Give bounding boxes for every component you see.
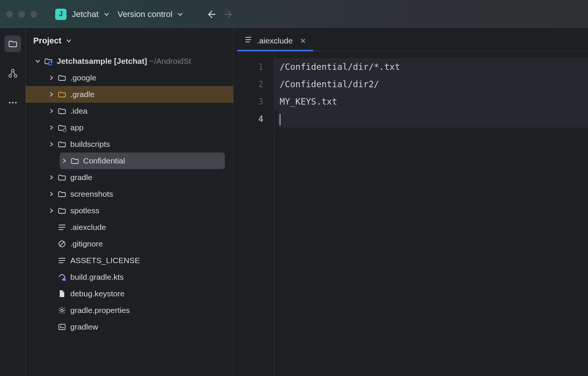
tree-item-label: screenshots: [70, 190, 113, 199]
expand-toggle[interactable]: [47, 92, 56, 97]
gutter-line-number: 3: [234, 93, 274, 110]
svg-point-2: [14, 75, 17, 77]
code-area[interactable]: 1234 /Confidential/dir/*.txt/Confidentia…: [234, 51, 588, 376]
tree-item[interactable]: Kbuild.gradle.kts: [26, 269, 233, 285]
expand-toggle[interactable]: [47, 192, 56, 196]
tree-item-label: spotless: [70, 206, 99, 215]
folder-icon: [57, 73, 67, 82]
tree-item-label: build.gradle.kts: [70, 273, 124, 282]
tree-item[interactable]: .gradle: [26, 86, 233, 103]
tree-item[interactable]: gradle: [26, 169, 233, 186]
zoom-window-dot[interactable]: [30, 11, 37, 18]
tree-item-label: .idea: [70, 106, 88, 116]
tree-root[interactable]: Jetchatsample [Jetchat] ~/AndroidSt: [26, 53, 233, 69]
tree-item-label: debug.keystore: [70, 289, 125, 298]
tree-item[interactable]: app: [26, 119, 233, 136]
editor-tab[interactable]: .aiexclude: [237, 31, 313, 51]
tree-item-label: gradlew: [70, 322, 98, 331]
ignore-icon: [57, 239, 67, 248]
expand-toggle[interactable]: [47, 208, 56, 213]
version-control-label: Version control: [118, 9, 173, 19]
code-content[interactable]: /Confidential/dir/*.txt/Confidential/dir…: [274, 51, 588, 376]
tree-item-label: buildscripts: [70, 140, 110, 149]
chevron-down-icon: [66, 38, 71, 43]
tree-item[interactable]: gradlew: [26, 319, 233, 335]
more-tool-button[interactable]: [5, 94, 21, 111]
minimize-window-dot[interactable]: [18, 11, 25, 18]
tree-item-label: .gitignore: [70, 239, 103, 248]
tree-root-name: Jetchatsample [Jetchat]: [57, 57, 147, 66]
expand-toggle[interactable]: [47, 175, 56, 180]
nav-forward-button[interactable]: [220, 5, 238, 23]
gear-icon: [57, 306, 67, 315]
svg-point-0: [11, 69, 14, 72]
project-badge-icon: J: [55, 9, 67, 20]
project-name: Jetchat: [72, 9, 99, 19]
version-control-menu[interactable]: Version control: [118, 9, 183, 19]
project-tree[interactable]: Jetchatsample [Jetchat] ~/AndroidSt .goo…: [26, 53, 233, 376]
svg-point-3: [9, 102, 11, 104]
expand-toggle[interactable]: [47, 109, 56, 113]
tree-item[interactable]: .idea: [26, 103, 233, 119]
gutter-line-number: 4: [234, 110, 274, 128]
tree-item-label: app: [70, 123, 84, 132]
expand-toggle[interactable]: [47, 125, 56, 130]
code-line[interactable]: /Confidential/dir2/: [277, 76, 588, 93]
tree-item[interactable]: buildscripts: [26, 136, 233, 153]
text-icon: [57, 223, 67, 232]
tree-item-label: .google: [70, 73, 96, 82]
folder-o-icon: [57, 90, 67, 99]
terminal-icon: [57, 322, 67, 331]
svg-point-4: [12, 102, 14, 104]
code-line[interactable]: /Confidential/dir/*.txt: [277, 58, 588, 76]
editor-area: .aiexclude 1234 /Confidential/dir/*.txt/…: [234, 29, 588, 376]
tree-item-label: gradle.properties: [70, 306, 130, 315]
tree-item[interactable]: screenshots: [26, 186, 233, 202]
tree-item[interactable]: gradle.properties: [26, 302, 233, 319]
tree-item[interactable]: .aiexclude: [26, 219, 233, 236]
project-pane-header[interactable]: Project: [26, 29, 233, 53]
folder-icon: [57, 140, 67, 149]
folder-icon: [57, 173, 67, 182]
project-root-icon: [44, 57, 53, 66]
file-icon: [57, 289, 67, 298]
project-pane-title: Project: [33, 36, 62, 46]
nav-back-button[interactable]: [202, 5, 220, 23]
titlebar: J Jetchat Version control: [0, 0, 588, 29]
folder-icon: [57, 106, 67, 116]
tree-item[interactable]: Confidential: [60, 153, 225, 169]
svg-point-7: [63, 129, 66, 132]
tree-item[interactable]: ASSETS_LICENSE: [26, 252, 233, 269]
tree-item[interactable]: spotless: [26, 202, 233, 219]
tree-item-label: ASSETS_LICENSE: [70, 256, 140, 265]
folder-icon: [57, 206, 67, 215]
tree-item-label: .aiexclude: [70, 223, 106, 232]
editor-tab-filename: .aiexclude: [257, 36, 293, 45]
module-icon: [57, 123, 67, 132]
folder-icon: [70, 156, 79, 165]
tree-item[interactable]: .gitignore: [26, 236, 233, 252]
window-controls: [6, 11, 37, 18]
expand-toggle[interactable]: [33, 59, 42, 64]
structure-tool-button[interactable]: [5, 65, 21, 82]
tree-item-label: Confidential: [83, 156, 125, 165]
text-caret: [280, 114, 280, 125]
svg-point-11: [61, 309, 63, 311]
expand-toggle[interactable]: [47, 142, 56, 146]
svg-text:K: K: [63, 278, 65, 281]
left-tool-strip: [0, 29, 26, 376]
gutter-line-number: 2: [234, 76, 274, 93]
project-tool-button[interactable]: [5, 35, 21, 52]
code-line[interactable]: MY_KEYS.txt: [277, 93, 588, 110]
close-tab-button[interactable]: [300, 37, 306, 44]
close-window-dot[interactable]: [6, 11, 13, 18]
svg-point-1: [9, 75, 11, 77]
code-line[interactable]: [277, 110, 588, 128]
svg-point-5: [15, 102, 17, 104]
tree-item[interactable]: .google: [26, 69, 233, 86]
project-pane: Project Jetchatsample [Jetchat]: [26, 29, 234, 376]
expand-toggle[interactable]: [60, 159, 69, 163]
expand-toggle[interactable]: [47, 76, 56, 80]
tree-item[interactable]: debug.keystore: [26, 285, 233, 302]
project-selector[interactable]: J Jetchat: [55, 9, 109, 20]
